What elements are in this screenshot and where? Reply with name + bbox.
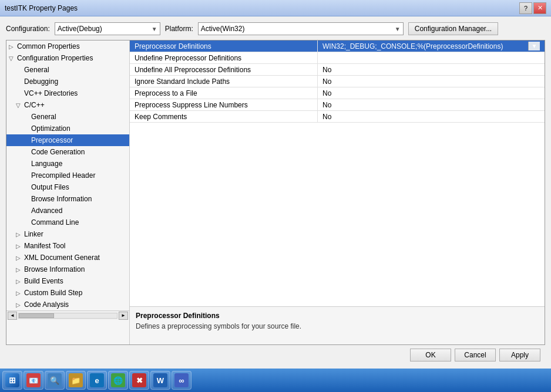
taskbar-item-blue-circle[interactable]: ∞ bbox=[172, 371, 191, 390]
window-title: testITK Property Pages bbox=[5, 4, 78, 12]
tree-item-manifest-tool[interactable]: ▷Manifest Tool bbox=[6, 240, 129, 252]
tree-item-cpp-general[interactable]: General bbox=[6, 111, 129, 123]
tree-item-common-properties[interactable]: ▷Common Properties bbox=[6, 40, 129, 52]
expand-icon-configuration-properties[interactable]: ▽ bbox=[9, 55, 16, 62]
tree-item-preprocessor[interactable]: Preprocessor bbox=[6, 134, 129, 146]
prop-row-suppress-line-numbers[interactable]: Preprocess Suppress Line NumbersNo bbox=[130, 99, 545, 111]
help-button[interactable]: ? bbox=[519, 2, 532, 14]
tree-item-label-output-files: Output Files bbox=[31, 183, 69, 191]
prop-value-text-preprocess-file: No bbox=[322, 89, 331, 97]
platform-dropdown[interactable]: Active(Win32) ▼ bbox=[198, 22, 404, 35]
expand-icon-browse-information[interactable]: ▷ bbox=[16, 266, 23, 273]
main-window: Configuration: Active(Debug) ▼ Platform:… bbox=[0, 16, 551, 369]
tree-item-configuration-properties[interactable]: ▽Configuration Properties bbox=[6, 52, 129, 64]
prop-value-text-undefine-all: No bbox=[322, 66, 331, 74]
platform-dropdown-arrow: ▼ bbox=[395, 26, 401, 32]
prop-name-suppress-line-numbers: Preprocess Suppress Line Numbers bbox=[130, 99, 318, 110]
hscroll-left[interactable]: ◄ bbox=[8, 312, 17, 320]
taskbar-start[interactable]: ⊞ bbox=[2, 371, 22, 390]
tree-item-command-line[interactable]: Command Line bbox=[6, 217, 129, 228]
taskbar-icon-blue-circle: ∞ bbox=[174, 373, 189, 387]
prop-row-undefine-all[interactable]: Undefine All Preprocessor DefinitionsNo bbox=[130, 64, 545, 76]
tree-item-language[interactable]: Language bbox=[6, 158, 129, 170]
content-area: ▷Common Properties▽Configuration Propert… bbox=[6, 40, 545, 345]
taskbar-item-search[interactable]: 🔍 bbox=[45, 371, 65, 390]
apply-button[interactable]: Apply bbox=[499, 349, 540, 361]
tree-item-label-code-analysis: Code Analysis bbox=[24, 300, 69, 309]
prop-row-preprocess-file[interactable]: Preprocess to a FileNo bbox=[130, 87, 545, 99]
tree-item-xml-document[interactable]: ▷XML Document Generat bbox=[6, 252, 129, 263]
config-dropdown[interactable]: Active(Debug) ▼ bbox=[55, 22, 160, 35]
expand-icon-linker[interactable]: ▷ bbox=[16, 231, 23, 238]
prop-value-undefine-all: No bbox=[318, 64, 545, 75]
tree-item-advanced-cpp[interactable]: Advanced bbox=[6, 205, 129, 217]
ok-button[interactable]: OK bbox=[410, 349, 451, 361]
title-bar: testITK Property Pages ? ✕ bbox=[0, 0, 551, 16]
expand-icon-manifest-tool[interactable]: ▷ bbox=[16, 243, 23, 249]
config-dropdown-arrow: ▼ bbox=[152, 26, 157, 32]
tree-item-vc-directories[interactable]: VC++ Directories bbox=[6, 87, 129, 99]
description-text: Defines a preprocessing symbols for your… bbox=[136, 322, 539, 330]
tree-item-precompiled-header[interactable]: Precompiled Header bbox=[6, 170, 129, 181]
tree-item-label-common-properties: Common Properties bbox=[17, 42, 80, 50]
props-container: Preprocessor DefinitionsWIN32;_DEBUG;_CO… bbox=[130, 40, 545, 123]
taskbar-item-outlook[interactable]: 📧 bbox=[23, 371, 43, 390]
cancel-button[interactable]: Cancel bbox=[455, 349, 496, 361]
tree-item-linker[interactable]: ▷Linker bbox=[6, 228, 129, 240]
prop-row-keep-comments[interactable]: Keep CommentsNo bbox=[130, 111, 545, 123]
description-title: Preprocessor Definitions bbox=[136, 312, 539, 320]
tree-item-debugging[interactable]: Debugging bbox=[6, 76, 129, 87]
taskbar-icon-search: 🔍 bbox=[48, 373, 62, 387]
prop-row-preprocessor-defs[interactable]: Preprocessor DefinitionsWIN32;_DEBUG;_CO… bbox=[130, 40, 545, 52]
expand-icon-cpp[interactable]: ▽ bbox=[16, 102, 23, 109]
expand-icon-common-properties[interactable]: ▷ bbox=[9, 43, 16, 50]
tree-item-optimization[interactable]: Optimization bbox=[6, 123, 129, 134]
prop-value-undefine-preprocessor bbox=[318, 52, 545, 63]
taskbar-item-ie[interactable]: e bbox=[87, 371, 107, 390]
prop-value-text-keep-comments: No bbox=[322, 113, 331, 121]
hscroll-thumb[interactable] bbox=[19, 313, 54, 318]
prop-value-text-preprocessor-defs: WIN32;_DEBUG;_CONSOLE;%(PreprocessorDefi… bbox=[322, 42, 503, 50]
platform-value: Active(Win32) bbox=[201, 25, 245, 33]
prop-value-preprocessor-defs: WIN32;_DEBUG;_CONSOLE;%(PreprocessorDefi… bbox=[318, 40, 545, 52]
description-area: Preprocessor Definitions Defines a prepr… bbox=[130, 306, 545, 344]
tree-item-browse-information-cpp[interactable]: Browse Information bbox=[6, 193, 129, 205]
prop-row-undefine-preprocessor[interactable]: Undefine Preprocessor Definitions bbox=[130, 52, 545, 64]
tree-item-code-analysis[interactable]: ▷Code Analysis bbox=[6, 299, 129, 310]
prop-value-text-suppress-line-numbers: No bbox=[322, 101, 331, 109]
title-bar-buttons: ? ✕ bbox=[519, 2, 546, 14]
expand-icon-build-events[interactable]: ▷ bbox=[16, 278, 23, 285]
tree-item-label-cpp: C/C++ bbox=[24, 101, 45, 109]
expand-icon-custom-build-step[interactable]: ▷ bbox=[16, 290, 23, 296]
hscroll-right[interactable]: ► bbox=[119, 312, 128, 320]
taskbar-icon-folder: 📁 bbox=[69, 373, 83, 387]
tree-item-cpp[interactable]: ▽C/C++ bbox=[6, 99, 129, 111]
tree-item-label-cpp-general: General bbox=[31, 113, 56, 121]
config-manager-button[interactable]: Configuration Manager... bbox=[408, 22, 498, 35]
hscroll-track[interactable] bbox=[18, 313, 117, 319]
prop-value-ignore-include: No bbox=[318, 76, 545, 87]
left-panel: ▷Common Properties▽Configuration Propert… bbox=[6, 40, 130, 344]
taskbar-item-word[interactable]: W bbox=[150, 371, 170, 390]
expand-icon-code-analysis[interactable]: ▷ bbox=[16, 302, 23, 308]
tree-item-label-build-events: Build Events bbox=[24, 277, 63, 285]
taskbar-item-folder[interactable]: 📁 bbox=[66, 371, 86, 390]
tree-item-label-manifest-tool: Manifest Tool bbox=[24, 242, 65, 250]
config-value: Active(Debug) bbox=[58, 25, 102, 33]
tree-item-browse-information[interactable]: ▷Browse Information bbox=[6, 263, 129, 275]
taskbar-item-red-x[interactable]: ✖ bbox=[129, 371, 149, 390]
prop-dropdown-icon-preprocessor-defs[interactable]: ▼ bbox=[528, 42, 540, 50]
taskbar-item-chrome[interactable]: 🌐 bbox=[108, 371, 128, 390]
tree-item-label-configuration-properties: Configuration Properties bbox=[17, 54, 93, 62]
tree-item-code-generation[interactable]: Code Generation bbox=[6, 146, 129, 158]
prop-row-ignore-include[interactable]: Ignore Standard Include PathsNo bbox=[130, 76, 545, 87]
tree-item-output-files[interactable]: Output Files bbox=[6, 181, 129, 193]
props-grid: Preprocessor DefinitionsWIN32;_DEBUG;_CO… bbox=[130, 40, 545, 306]
tree-item-custom-build-step[interactable]: ▷Custom Build Step bbox=[6, 287, 129, 299]
tree-item-label-vc-directories: VC++ Directories bbox=[24, 89, 78, 97]
tree-item-build-events[interactable]: ▷Build Events bbox=[6, 275, 129, 287]
taskbar-icon-ie: e bbox=[90, 373, 104, 387]
close-button[interactable]: ✕ bbox=[533, 2, 546, 14]
tree-item-general[interactable]: General bbox=[6, 64, 129, 76]
expand-icon-xml-document[interactable]: ▷ bbox=[16, 255, 23, 261]
